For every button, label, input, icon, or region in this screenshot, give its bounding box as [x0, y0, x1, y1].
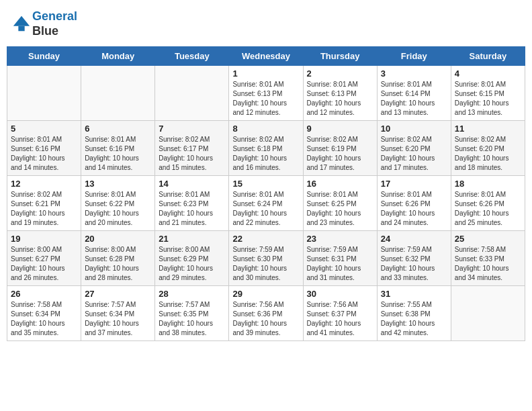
day-info: Sunrise: 7:58 AM Sunset: 6:33 PM Dayligh…	[455, 245, 521, 283]
day-info: Sunrise: 7:57 AM Sunset: 6:34 PM Dayligh…	[85, 300, 151, 338]
calendar-cell	[7, 66, 81, 121]
calendar-cell: 21Sunrise: 8:00 AM Sunset: 6:29 PM Dayli…	[155, 231, 229, 286]
day-of-week-header: Sunday	[7, 47, 81, 66]
calendar-cell: 19Sunrise: 8:00 AM Sunset: 6:27 PM Dayli…	[7, 231, 81, 286]
day-info: Sunrise: 8:01 AM Sunset: 6:16 PM Dayligh…	[85, 135, 151, 173]
calendar-table: SundayMondayTuesdayWednesdayThursdayFrid…	[7, 46, 525, 341]
day-info: Sunrise: 8:00 AM Sunset: 6:27 PM Dayligh…	[11, 245, 77, 283]
day-number: 8	[232, 124, 299, 134]
day-number: 16	[307, 179, 373, 189]
calendar-cell: 31Sunrise: 7:55 AM Sunset: 6:38 PM Dayli…	[377, 286, 451, 341]
calendar-week-row: 12Sunrise: 8:02 AM Sunset: 6:21 PM Dayli…	[7, 176, 525, 231]
day-number: 17	[381, 179, 447, 189]
day-number: 20	[85, 234, 151, 244]
logo-icon	[12, 15, 31, 34]
day-number: 23	[307, 234, 373, 244]
day-info: Sunrise: 7:56 AM Sunset: 6:37 PM Dayligh…	[307, 300, 373, 338]
day-number: 1	[232, 68, 299, 79]
day-number: 7	[159, 124, 225, 134]
day-number: 19	[11, 234, 77, 244]
calendar-cell: 18Sunrise: 8:01 AM Sunset: 6:26 PM Dayli…	[451, 176, 525, 231]
day-number: 3	[381, 68, 447, 79]
day-number: 28	[159, 289, 225, 299]
day-info: Sunrise: 8:02 AM Sunset: 6:20 PM Dayligh…	[381, 135, 447, 173]
day-info: Sunrise: 8:01 AM Sunset: 6:22 PM Dayligh…	[85, 190, 151, 228]
calendar-cell: 25Sunrise: 7:58 AM Sunset: 6:33 PM Dayli…	[451, 231, 525, 286]
day-number: 26	[11, 289, 77, 299]
calendar-cell: 6Sunrise: 8:01 AM Sunset: 6:16 PM Daylig…	[81, 121, 155, 176]
day-info: Sunrise: 8:02 AM Sunset: 6:21 PM Dayligh…	[11, 190, 77, 228]
day-number: 30	[307, 289, 373, 299]
calendar-cell	[451, 286, 525, 341]
logo: General Blue	[12, 9, 77, 38]
day-info: Sunrise: 8:01 AM Sunset: 6:24 PM Dayligh…	[232, 190, 299, 228]
day-number: 31	[381, 289, 447, 299]
day-of-week-header: Thursday	[303, 47, 377, 66]
day-number: 13	[85, 179, 151, 189]
day-number: 29	[232, 289, 299, 299]
calendar-cell: 23Sunrise: 7:59 AM Sunset: 6:31 PM Dayli…	[303, 231, 377, 286]
calendar-week-row: 26Sunrise: 7:58 AM Sunset: 6:34 PM Dayli…	[7, 286, 525, 341]
day-info: Sunrise: 8:02 AM Sunset: 6:18 PM Dayligh…	[232, 135, 299, 173]
day-number: 6	[85, 124, 151, 134]
calendar-cell: 14Sunrise: 8:01 AM Sunset: 6:23 PM Dayli…	[155, 176, 229, 231]
calendar-cell: 16Sunrise: 8:01 AM Sunset: 6:25 PM Dayli…	[303, 176, 377, 231]
day-info: Sunrise: 8:01 AM Sunset: 6:13 PM Dayligh…	[232, 80, 299, 118]
calendar-cell: 7Sunrise: 8:02 AM Sunset: 6:17 PM Daylig…	[155, 121, 229, 176]
day-number: 24	[381, 234, 447, 244]
calendar-cell: 13Sunrise: 8:01 AM Sunset: 6:22 PM Dayli…	[81, 176, 155, 231]
day-number: 22	[232, 234, 299, 244]
day-number: 14	[159, 179, 225, 189]
day-of-week-header: Wednesday	[229, 47, 303, 66]
day-info: Sunrise: 8:01 AM Sunset: 6:15 PM Dayligh…	[455, 80, 521, 118]
day-info: Sunrise: 8:00 AM Sunset: 6:28 PM Dayligh…	[85, 245, 151, 283]
day-number: 5	[11, 124, 77, 134]
day-number: 2	[307, 68, 373, 79]
page-header: General Blue	[7, 7, 525, 41]
day-info: Sunrise: 8:01 AM Sunset: 6:26 PM Dayligh…	[455, 190, 521, 228]
day-info: Sunrise: 8:02 AM Sunset: 6:20 PM Dayligh…	[455, 135, 521, 173]
calendar-cell: 17Sunrise: 8:01 AM Sunset: 6:26 PM Dayli…	[377, 176, 451, 231]
calendar-cell: 8Sunrise: 8:02 AM Sunset: 6:18 PM Daylig…	[229, 121, 303, 176]
day-number: 10	[381, 124, 447, 134]
day-info: Sunrise: 8:01 AM Sunset: 6:23 PM Dayligh…	[159, 190, 225, 228]
day-info: Sunrise: 8:01 AM Sunset: 6:16 PM Dayligh…	[11, 135, 77, 173]
calendar-cell: 26Sunrise: 7:58 AM Sunset: 6:34 PM Dayli…	[7, 286, 81, 341]
calendar-cell: 20Sunrise: 8:00 AM Sunset: 6:28 PM Dayli…	[81, 231, 155, 286]
svg-marker-0	[13, 15, 30, 26]
day-number: 11	[455, 124, 521, 134]
logo-text: General Blue	[32, 9, 77, 38]
calendar-week-row: 5Sunrise: 8:01 AM Sunset: 6:16 PM Daylig…	[7, 121, 525, 176]
calendar-cell: 27Sunrise: 7:57 AM Sunset: 6:34 PM Dayli…	[81, 286, 155, 341]
day-number: 25	[455, 234, 521, 244]
day-info: Sunrise: 7:55 AM Sunset: 6:38 PM Dayligh…	[381, 300, 447, 338]
calendar-cell: 4Sunrise: 8:01 AM Sunset: 6:15 PM Daylig…	[451, 66, 525, 121]
day-info: Sunrise: 7:59 AM Sunset: 6:32 PM Dayligh…	[381, 245, 447, 283]
calendar-cell: 9Sunrise: 8:02 AM Sunset: 6:19 PM Daylig…	[303, 121, 377, 176]
calendar-cell: 12Sunrise: 8:02 AM Sunset: 6:21 PM Dayli…	[7, 176, 81, 231]
day-number: 4	[455, 68, 521, 79]
calendar-cell: 30Sunrise: 7:56 AM Sunset: 6:37 PM Dayli…	[303, 286, 377, 341]
day-info: Sunrise: 8:02 AM Sunset: 6:19 PM Dayligh…	[307, 135, 373, 173]
calendar-week-row: 19Sunrise: 8:00 AM Sunset: 6:27 PM Dayli…	[7, 231, 525, 286]
svg-rect-1	[18, 26, 24, 30]
day-info: Sunrise: 8:01 AM Sunset: 6:25 PM Dayligh…	[307, 190, 373, 228]
day-info: Sunrise: 7:57 AM Sunset: 6:35 PM Dayligh…	[159, 300, 225, 338]
calendar-cell: 28Sunrise: 7:57 AM Sunset: 6:35 PM Dayli…	[155, 286, 229, 341]
calendar-cell: 29Sunrise: 7:56 AM Sunset: 6:36 PM Dayli…	[229, 286, 303, 341]
day-number: 12	[11, 179, 77, 189]
calendar-cell: 15Sunrise: 8:01 AM Sunset: 6:24 PM Dayli…	[229, 176, 303, 231]
calendar-header-row: SundayMondayTuesdayWednesdayThursdayFrid…	[7, 47, 525, 66]
calendar-cell: 1Sunrise: 8:01 AM Sunset: 6:13 PM Daylig…	[229, 66, 303, 121]
calendar-cell	[155, 66, 229, 121]
calendar-cell: 5Sunrise: 8:01 AM Sunset: 6:16 PM Daylig…	[7, 121, 81, 176]
calendar-cell: 3Sunrise: 8:01 AM Sunset: 6:14 PM Daylig…	[377, 66, 451, 121]
calendar-cell	[81, 66, 155, 121]
day-info: Sunrise: 7:59 AM Sunset: 6:30 PM Dayligh…	[232, 245, 299, 283]
calendar-body: 1Sunrise: 8:01 AM Sunset: 6:13 PM Daylig…	[7, 66, 525, 341]
calendar-cell: 22Sunrise: 7:59 AM Sunset: 6:30 PM Dayli…	[229, 231, 303, 286]
day-info: Sunrise: 7:59 AM Sunset: 6:31 PM Dayligh…	[307, 245, 373, 283]
day-of-week-header: Friday	[377, 47, 451, 66]
day-of-week-header: Saturday	[451, 47, 525, 66]
day-number: 15	[232, 179, 299, 189]
